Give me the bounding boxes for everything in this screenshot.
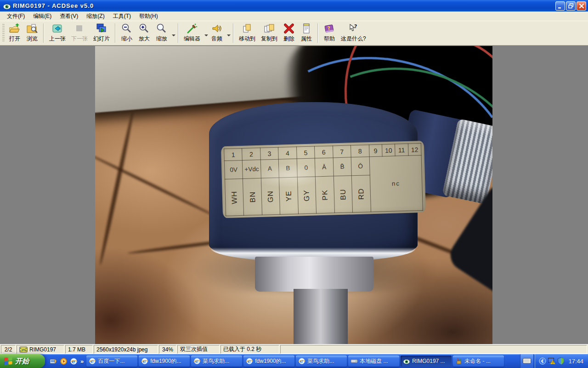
zoom-in-button[interactable]: 放大 (136, 22, 153, 44)
start-label: 开始 (15, 357, 29, 366)
encoder-wiring-label: 1 2 3 4 5 6 7 8 9 10 11 12 0V (221, 141, 426, 218)
jpeg-file-icon: JPG (19, 346, 28, 353)
toolbar-button-label: 幻灯片 (93, 35, 110, 43)
status-load-time: 已载入于 0.2 秒 (220, 345, 279, 354)
restore-icon (568, 3, 574, 9)
wire-color-cell: RD (351, 175, 371, 213)
open-button[interactable]: 打开 (6, 22, 23, 44)
editor-dropdown-arrow-icon[interactable] (204, 34, 208, 36)
photo-encoder: 1 2 3 4 5 6 7 8 9 10 11 12 0V (95, 46, 492, 344)
wire-color-cell: PK (316, 176, 335, 213)
signal-cell: B̄ (333, 157, 352, 176)
toolbar-button-label: 删除 (283, 35, 294, 43)
toolbar-button-label: 复制到 (261, 35, 277, 43)
zoom-in-icon (138, 23, 150, 34)
internet-explorer-icon[interactable]: e (70, 357, 78, 365)
audio-button[interactable]: 音频 (208, 22, 226, 44)
status-interpolation: 双三次插值 (177, 345, 220, 354)
toolbar-button-label: 放大 (139, 35, 150, 43)
editor-button[interactable]: 编辑器 (181, 22, 203, 44)
properties-button[interactable]: 属性 (298, 22, 315, 44)
close-button[interactable] (577, 1, 586, 11)
zoom-menu-button[interactable]: 缩放 (153, 22, 170, 44)
toolbar-button-label: 帮助 (324, 35, 335, 43)
move-to-button[interactable]: 移动到 (236, 22, 258, 44)
next-image-button: 下一张 (68, 22, 90, 44)
taskbar-button-local-disk[interactable]: 本地磁盘 ... (348, 356, 399, 367)
zoom-out-button[interactable]: 缩小 (118, 22, 136, 44)
toolbar-button-label: 编辑器 (184, 35, 200, 43)
delete-x-icon (283, 23, 295, 34)
toolbar-grip[interactable] (2, 24, 5, 42)
menu-help[interactable]: 帮助(H) (135, 12, 162, 21)
security-shield-tray-icon[interactable] (557, 357, 565, 365)
previous-image-button[interactable]: 上一张 (46, 22, 68, 44)
audio-dropdown-arrow-icon[interactable] (227, 34, 231, 36)
taskbar-button-acdsee-active[interactable]: RIMG0197 ... (401, 356, 452, 367)
pin-cell: 6 (315, 146, 333, 158)
window-title: RIMG0197 - ACDSee v5.0 (13, 2, 94, 9)
menu-tools[interactable]: 工具(T) (109, 12, 135, 21)
internet-explorer-icon: e (193, 357, 201, 365)
pin-cell: 11 (395, 144, 408, 156)
move-to-icon (241, 23, 253, 34)
media-player-icon[interactable] (60, 357, 68, 365)
restore-button[interactable] (566, 1, 576, 11)
browse-button[interactable]: 浏览 (23, 22, 41, 44)
photo-encoder-shaft (294, 289, 348, 344)
internet-explorer-icon: e (141, 357, 148, 365)
taskbar-buttons: e 百度一下... e fdw1900的... e 菜鸟求助... e fdw1… (86, 354, 519, 368)
toolbar-button-label: 音频 (211, 35, 222, 43)
zoom-dropdown-arrow-icon[interactable] (172, 34, 175, 36)
start-button[interactable]: 开始 (0, 354, 45, 368)
acdsee-eye-icon (403, 357, 410, 365)
status-filename: RIMG0197 (29, 346, 56, 353)
paint-icon (455, 357, 463, 365)
whats-this-cursor-icon: ? (347, 23, 359, 34)
acdsee-eye-icon (3, 2, 11, 10)
display-warning-tray-icon[interactable] (548, 357, 555, 365)
keyboard-icon (523, 358, 531, 364)
menu-zoom[interactable]: 缩放(Z) (82, 12, 108, 21)
toolbar-separator (317, 23, 318, 43)
slideshow-button[interactable]: 幻灯片 (90, 22, 113, 44)
toolbar-separator (43, 23, 44, 43)
taskbar: 开始 e » e 百度一下... (0, 354, 588, 368)
taskbar-button-baidu[interactable]: e 百度一下... (86, 356, 137, 367)
system-tray: 17:44 (535, 354, 588, 368)
wiring-table: 1 2 3 4 5 6 7 8 9 10 11 12 0V (224, 143, 423, 216)
status-position: 2/2 (1, 345, 16, 354)
toolbar-separator (178, 23, 179, 43)
menu-file[interactable]: 文件(F) (3, 12, 29, 21)
wire-color-cell: BU (334, 176, 353, 213)
quick-launch-overflow-chevron[interactable]: » (80, 358, 84, 365)
editor-wand-icon (186, 23, 198, 34)
taskbar-button-fdw1900-2[interactable]: e fdw1900的... (243, 356, 294, 367)
taskbar-button-fdw1900-1[interactable]: e fdw1900的... (139, 356, 190, 367)
pin-cell: 12 (408, 144, 421, 156)
acdsee-window: RIMG0197 - ACDSee v5.0 文件(F) 编辑(E) 查看(V)… (0, 0, 588, 368)
delete-button[interactable]: 删除 (280, 22, 298, 44)
zoom-out-icon (121, 23, 133, 34)
copy-to-button[interactable]: 复制到 (258, 22, 280, 44)
whats-this-button[interactable]: ? 这是什么? (338, 22, 369, 44)
taskbar-button-untitled-paint[interactable]: 未命名 - ... (453, 356, 504, 367)
toolbar-button-label: 属性 (301, 35, 312, 43)
toolbar-separator (233, 23, 234, 43)
zoom-icon (156, 23, 168, 34)
pin-cell: 7 (333, 145, 351, 158)
toolbar-button-label: 上一张 (49, 35, 66, 43)
tray-clock[interactable]: 17:44 (568, 358, 583, 365)
show-desktop-icon[interactable] (50, 357, 57, 365)
signal-cell: A (260, 159, 279, 178)
language-bar[interactable] (520, 354, 534, 368)
taskbar-button-cainiao-1[interactable]: e 菜鸟求助... (191, 356, 242, 367)
menu-view[interactable]: 查看(V) (56, 12, 82, 21)
help-button[interactable]: ? 帮助 (321, 22, 338, 44)
taskbar-button-cainiao-2[interactable]: e 菜鸟求助... (296, 356, 347, 367)
minimize-button[interactable] (555, 1, 565, 11)
menu-edit[interactable]: 编辑(E) (29, 12, 56, 21)
hide-icons-chevron-icon[interactable] (539, 357, 546, 365)
toolbar-button-label: 浏览 (27, 35, 38, 43)
toolbar: 打开 浏览 上一张 下一张 (0, 21, 588, 46)
